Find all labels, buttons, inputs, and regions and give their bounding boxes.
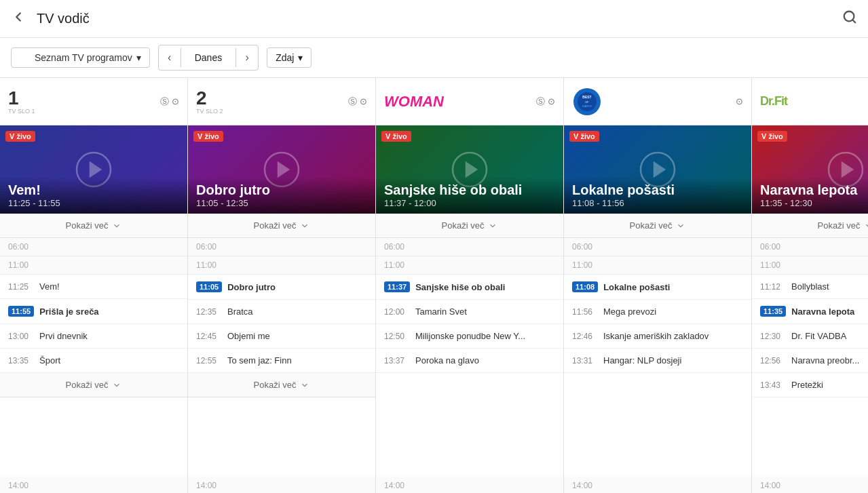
program-time: 13:43 (760, 380, 786, 390)
svg-text:BEST: BEST (582, 95, 591, 99)
program-list-ch2: 11:0011:05Dobro jutro12:35Bratca12:45Obj… (188, 256, 375, 477)
time-header-1400-ch-woman: 14:00 (376, 477, 563, 493)
time-select[interactable]: Zdaj ▾ (267, 47, 312, 68)
channel-header-ch2: 2 TV SLO 2 Ⓢ⊙ (188, 78, 375, 125)
program-name: Objemi me (227, 331, 367, 341)
program-item[interactable]: 12:30Dr. Fit VADBA (752, 324, 868, 349)
filter-bar: Seznam TV programov ▾ ‹ Danes › Zdaj ▾ (0, 38, 868, 78)
channel-thumb-ch-woman[interactable]: V živo Sanjske hiše ob obali 11:37 - 12:… (376, 125, 563, 214)
channel-icons-ch2: Ⓢ⊙ (348, 96, 367, 108)
channel-thumb-ch1[interactable]: V živo Vem! 11:25 - 11:55 (0, 125, 187, 214)
program-list-chevron: ▾ (136, 52, 141, 63)
program-item[interactable]: 11:08Lokalne pošasti (564, 275, 751, 300)
time-header-1100-ch-woman: 11:00 (376, 256, 563, 275)
program-item[interactable]: 11:55Prišla je sreča (0, 299, 187, 324)
top-bar: TV vodič (0, 0, 868, 38)
channel-col-ch-bestearth: BEST OF EARTH ⊙ V živo Lokalne pošasti 1… (564, 78, 752, 493)
program-item[interactable]: 12:35Bratca (188, 300, 375, 324)
program-time: 12:55 (196, 356, 222, 366)
channel-header-ch-woman: WOMANⓈ⊙ (376, 78, 563, 125)
show-more-top-ch1[interactable]: Pokaži več (0, 214, 187, 238)
program-name: Iskanje ameriških zakladov (603, 331, 743, 341)
program-item[interactable]: 13:43Pretežki (752, 373, 868, 397)
woman-logo: WOMAN (384, 93, 444, 111)
channel-header-ch-drfit: Dr.Fit⊙ (752, 78, 868, 125)
program-time: 13:35 (8, 356, 34, 366)
svg-text:EARTH: EARTH (582, 104, 592, 108)
show-more-top-ch-bestearth[interactable]: Pokaži več (564, 214, 751, 238)
svg-line-1 (852, 20, 855, 22)
channel-thumb-ch2[interactable]: V živo Dobro jutro 11:05 - 12:35 (188, 125, 375, 214)
subtitle-icon: Ⓢ (348, 96, 357, 108)
thumb-overlay-ch-woman: Sanjske hiše ob obali 11:37 - 12:00 (376, 177, 563, 214)
search-button[interactable] (842, 9, 857, 28)
prev-date-button[interactable]: ‹ (159, 45, 181, 70)
svg-marker-5 (278, 163, 288, 176)
time-header-1400-ch1: 14:00 (0, 477, 187, 493)
thumb-overlay-ch2: Dobro jutro 11:05 - 12:35 (188, 177, 375, 214)
time-label: Zdaj (276, 52, 294, 63)
channel-logo-ch-woman: WOMAN (384, 93, 444, 111)
program-item[interactable]: 12:56Naravna preobr... (752, 349, 868, 373)
program-time: 13:31 (572, 356, 598, 366)
program-item[interactable]: 13:31Hangar: NLP dosjeji (564, 349, 751, 373)
program-item[interactable]: 11:56Mega prevozi (564, 300, 751, 324)
channel-thumb-ch-bestearth[interactable]: V živo Lokalne pošasti 11:08 - 11:56 (564, 125, 751, 214)
svg-marker-16 (842, 163, 852, 176)
time-header-1100-ch-bestearth: 11:00 (564, 256, 751, 275)
program-list-ch1: 11:0011:25Vem!11:55Prišla je sreča13:00P… (0, 256, 187, 477)
program-item[interactable]: 12:46Iskanje ameriških zakladov (564, 324, 751, 349)
bestearth-logo: BEST OF EARTH (572, 87, 602, 117)
program-name: Mega prevozi (603, 307, 743, 317)
program-name: Dobro jutro (227, 282, 367, 292)
show-more-top-ch-drfit[interactable]: Pokaži več (752, 214, 868, 238)
program-item[interactable]: 11:35Naravna lepota (752, 299, 868, 324)
program-item[interactable]: 12:50Milijonske ponudbe New Y... (376, 324, 563, 349)
program-time: 12:45 (196, 332, 222, 341)
time-header-0600-ch-bestearth: 06:00 (564, 238, 751, 256)
program-item[interactable]: 11:12Bollyblast (752, 275, 868, 299)
program-time: 13:37 (384, 356, 410, 366)
svg-marker-7 (466, 163, 476, 176)
program-item[interactable]: 11:05Dobro jutro (188, 275, 375, 300)
time-header-1100-ch2: 11:00 (188, 256, 375, 275)
show-more-top-ch-woman[interactable]: Pokaži več (376, 214, 563, 238)
next-date-button[interactable]: › (236, 45, 258, 70)
time-header-1400-ch-bestearth: 14:00 (564, 477, 751, 493)
program-list-ch-drfit: 11:0011:12Bollyblast11:35Naravna lepota1… (752, 256, 868, 477)
program-name: Lokalne pošasti (603, 282, 743, 292)
program-item[interactable]: 13:00Prvi dnevnik (0, 324, 187, 349)
audio-icon: ⊙ (548, 96, 555, 106)
live-badge-ch2: V živo (193, 131, 223, 142)
program-item[interactable]: 13:37Poroka na glavo (376, 349, 563, 373)
channel-thumb-ch-drfit[interactable]: V živo Naravna lepota 11:35 - 12:30 (752, 125, 868, 214)
program-time: 13:00 (8, 332, 34, 341)
time-header-1400-ch-drfit: 14:00 (752, 477, 868, 493)
channel-number-ch2: 2 TV SLO 2 (196, 89, 223, 115)
program-item[interactable]: 13:35Šport (0, 349, 187, 373)
program-item[interactable]: 12:00Tamarin Svet (376, 300, 563, 324)
channel-col-ch-drfit: Dr.Fit⊙ V živo Naravna lepota 11:35 - 12… (752, 78, 868, 493)
drfit-logo: Dr.Fit (760, 94, 787, 109)
program-name: Tamarin Svet (415, 307, 555, 317)
program-item[interactable]: 12:45Objemi me (188, 324, 375, 349)
show-more-bottom-ch1[interactable]: Pokaži več (0, 373, 187, 397)
show-more-top-ch2[interactable]: Pokaži več (188, 214, 375, 238)
program-name: Pretežki (791, 380, 868, 390)
channels-container: 1 TV SLO 1 Ⓢ⊙ V živo Vem! 11:25 - 11:55 … (0, 78, 868, 493)
program-time: 12:56 (760, 356, 786, 366)
program-item[interactable]: 12:55To sem jaz: Finn (188, 349, 375, 373)
program-name: Dr. Fit VADBA (791, 331, 868, 341)
subtitle-icon: Ⓢ (536, 96, 545, 108)
program-time: 11:55 (8, 306, 34, 317)
live-badge-ch-bestearth: V živo (569, 131, 599, 142)
show-more-bottom-ch2[interactable]: Pokaži več (188, 373, 375, 397)
program-item[interactable]: 11:37Sanjske hiše ob obali (376, 275, 563, 300)
program-list-button[interactable]: Seznam TV programov ▾ (11, 47, 150, 68)
program-time: 12:35 (196, 307, 222, 317)
subtitle-icon: Ⓢ (160, 96, 169, 108)
back-button[interactable] (11, 9, 26, 28)
program-item[interactable]: 11:25Vem! (0, 275, 187, 299)
time-header-0600-ch-drfit: 06:00 (752, 238, 868, 256)
program-time: 12:30 (760, 332, 786, 341)
